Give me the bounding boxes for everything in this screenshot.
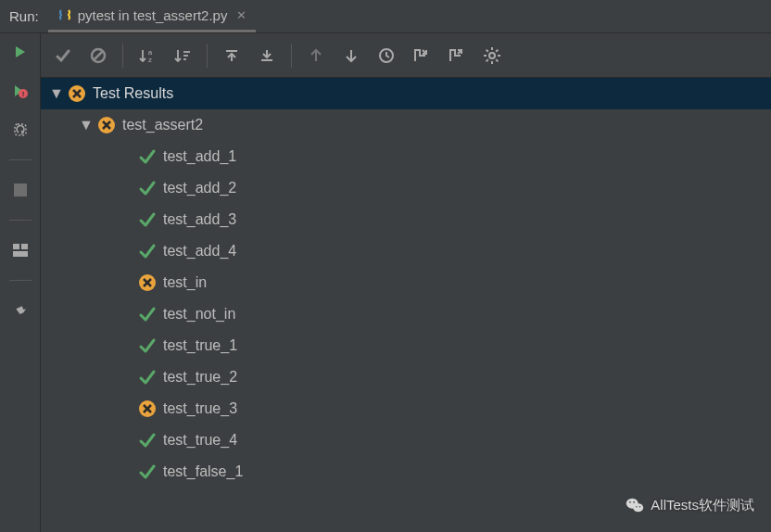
status-pass-icon bbox=[137, 178, 158, 198]
separator bbox=[122, 44, 123, 68]
svg-point-19 bbox=[489, 53, 495, 58]
tree-test-label: test_add_1 bbox=[163, 148, 236, 165]
tree-test-label: test_add_2 bbox=[163, 180, 236, 196]
svg-rect-5 bbox=[21, 244, 28, 249]
test-toolbar: a z bbox=[41, 33, 771, 78]
status-pass-icon bbox=[137, 209, 158, 230]
status-fail-icon bbox=[137, 399, 158, 419]
svg-point-43 bbox=[633, 501, 635, 503]
tree-test[interactable]: test_true_3 bbox=[41, 393, 771, 424]
tree-test-label: test_true_4 bbox=[163, 432, 237, 449]
show-ignored-button[interactable] bbox=[83, 41, 113, 70]
svg-point-41 bbox=[633, 503, 643, 512]
pytest-icon bbox=[57, 7, 72, 22]
tree-test[interactable]: test_true_2 bbox=[41, 361, 771, 393]
status-pass-icon bbox=[137, 462, 158, 482]
sort-alpha-button[interactable]: a z bbox=[133, 41, 162, 70]
run-config-tab[interactable]: pytest in test_assert2.py ✕ bbox=[48, 0, 257, 32]
status-pass-icon bbox=[137, 241, 158, 261]
tree-suite-label: test_assert2 bbox=[122, 117, 203, 133]
separator bbox=[9, 280, 32, 281]
next-failed-button[interactable] bbox=[336, 41, 366, 70]
svg-line-25 bbox=[496, 59, 498, 61]
tree-test-label: test_in bbox=[163, 274, 207, 291]
watermark: AllTests软件测试 bbox=[625, 495, 754, 515]
watermark-text: AllTests软件测试 bbox=[651, 497, 754, 514]
tree-test[interactable]: test_add_2 bbox=[41, 172, 771, 204]
rerun-failed-button[interactable]: ! bbox=[11, 82, 30, 100]
settings-button[interactable] bbox=[477, 41, 507, 70]
tree-test-label: test_not_in bbox=[163, 306, 235, 323]
run-button[interactable] bbox=[11, 43, 30, 61]
svg-rect-4 bbox=[13, 244, 19, 249]
status-pass-icon bbox=[137, 430, 158, 450]
gutter: ! bbox=[0, 33, 41, 532]
status-fail-icon bbox=[67, 83, 87, 104]
tree-test[interactable]: test_false_1 bbox=[41, 456, 771, 488]
tree-root-label: Test Results bbox=[93, 85, 173, 102]
separator bbox=[207, 44, 208, 68]
chevron-down-icon[interactable]: ▼ bbox=[78, 117, 95, 133]
run-config-tab-label: pytest in test_assert2.py bbox=[78, 7, 228, 23]
test-history-button[interactable] bbox=[372, 41, 401, 70]
tree-test[interactable]: test_add_4 bbox=[41, 235, 771, 267]
svg-rect-3 bbox=[14, 184, 27, 196]
tree-root[interactable]: ▼ Test Results bbox=[41, 78, 771, 109]
top-bar: Run: pytest in test_assert2.py ✕ bbox=[0, 0, 771, 33]
run-panel-label: Run: bbox=[0, 8, 48, 24]
status-fail-icon bbox=[137, 272, 158, 293]
show-passed-button[interactable] bbox=[48, 41, 78, 70]
tree-test-label: test_true_3 bbox=[163, 400, 237, 417]
tree-test[interactable]: test_not_in bbox=[41, 298, 771, 330]
tree-test[interactable]: test_add_3 bbox=[41, 204, 771, 235]
tree-test[interactable]: test_add_1 bbox=[41, 141, 771, 172]
tree-suite[interactable]: ▼ test_assert2 bbox=[41, 109, 771, 141]
wechat-icon bbox=[625, 495, 645, 515]
tree-test-label: test_true_1 bbox=[163, 337, 237, 354]
tree-test-label: test_add_3 bbox=[163, 211, 236, 228]
svg-point-44 bbox=[636, 506, 637, 507]
svg-line-26 bbox=[487, 59, 488, 61]
prev-failed-button[interactable] bbox=[301, 41, 331, 70]
sort-duration-button[interactable] bbox=[168, 41, 197, 70]
tree-test-label: test_add_4 bbox=[163, 243, 236, 260]
svg-line-27 bbox=[496, 49, 498, 51]
layout-button[interactable] bbox=[11, 241, 30, 260]
chevron-down-icon[interactable]: ▼ bbox=[48, 85, 65, 102]
svg-line-24 bbox=[487, 49, 488, 51]
status-pass-icon bbox=[137, 304, 158, 324]
separator bbox=[291, 44, 292, 68]
svg-line-8 bbox=[94, 51, 103, 60]
status-pass-icon bbox=[137, 336, 158, 356]
svg-text:!: ! bbox=[21, 90, 24, 98]
pin-button[interactable] bbox=[11, 301, 30, 320]
tree-test-label: test_true_2 bbox=[163, 369, 237, 386]
status-fail-icon bbox=[96, 115, 117, 135]
import-tests-button[interactable] bbox=[407, 41, 436, 70]
status-pass-icon bbox=[137, 146, 158, 167]
svg-text:z: z bbox=[148, 56, 152, 64]
collapse-all-button[interactable] bbox=[252, 41, 282, 70]
test-tree[interactable]: ▼ Test Results ▼ test_assert2 test_add_1… bbox=[41, 78, 771, 532]
tree-test-label: test_false_1 bbox=[163, 463, 243, 480]
svg-rect-6 bbox=[13, 251, 28, 257]
separator bbox=[9, 220, 32, 221]
tree-test[interactable]: test_true_1 bbox=[41, 330, 771, 361]
tree-test[interactable]: test_in bbox=[41, 267, 771, 298]
toggle-auto-test-button[interactable] bbox=[11, 120, 30, 139]
svg-point-42 bbox=[629, 501, 631, 503]
tree-test[interactable]: test_true_4 bbox=[41, 424, 771, 456]
status-pass-icon bbox=[137, 367, 158, 387]
expand-all-button[interactable] bbox=[217, 41, 246, 70]
close-icon[interactable]: ✕ bbox=[236, 8, 246, 22]
stop-button[interactable] bbox=[11, 181, 30, 199]
export-tests-button[interactable] bbox=[442, 41, 472, 70]
svg-point-45 bbox=[639, 506, 640, 507]
separator bbox=[9, 159, 32, 160]
